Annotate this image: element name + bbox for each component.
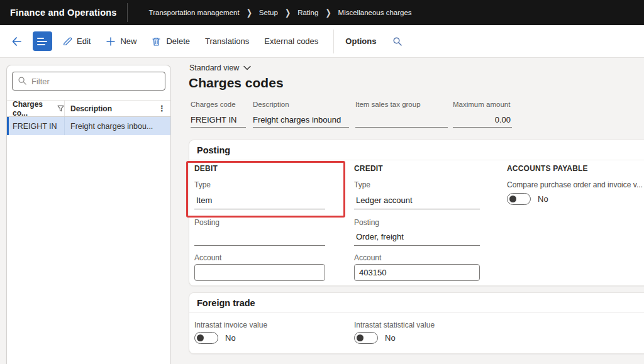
table-row-freight-in[interactable]: FREIGHT IN Freight charges inbou... (7, 117, 170, 135)
field-label: Item sales tax group (355, 101, 448, 108)
field-label: Description (253, 101, 349, 108)
more-options-kebab-icon[interactable]: ⋮ (158, 106, 170, 112)
compare-po-invoice-toggle-state: No (538, 194, 548, 204)
section-divider (189, 160, 644, 160)
action-pane-toolbar: Edit New Delete Translations External co… (0, 25, 644, 58)
edit-button[interactable]: Edit (62, 36, 91, 47)
grid-header-row: Charges co... Description ⋮ (7, 100, 170, 117)
section-divider (189, 312, 644, 313)
cell-charges-code[interactable]: FREIGHT IN (7, 117, 65, 135)
chevron-down-icon (243, 65, 251, 70)
filter-search-icon (18, 76, 27, 85)
filter-input[interactable] (12, 72, 165, 91)
intrastat-invoice-toggle-state: No (225, 333, 236, 343)
breadcrumb-item-rating[interactable]: Rating (297, 9, 318, 16)
trash-icon (152, 36, 162, 47)
back-arrow-icon[interactable] (11, 36, 21, 47)
options-menu-button[interactable]: Options (345, 36, 376, 46)
breadcrumb: Transportation management ❯ Setup ❯ Rati… (149, 9, 412, 17)
field-value[interactable]: FREIGHT IN (191, 114, 246, 128)
debit-account-label: Account (194, 253, 221, 262)
topbar-divider (127, 3, 128, 22)
debit-posting-label: Posting (194, 218, 219, 227)
chevron-right-icon: ❯ (325, 8, 331, 18)
credit-type-label: Type (354, 180, 370, 189)
search-icon[interactable] (392, 36, 402, 47)
compare-po-invoice-label: Compare purchase order and invoice v... (507, 180, 643, 189)
cell-description[interactable]: Freight charges inbou... (65, 117, 170, 135)
page-title: Charges codes (189, 75, 284, 91)
field-item-sales-tax-group: Item sales tax group (355, 101, 448, 128)
toolbar-divider (333, 30, 334, 53)
translations-button[interactable]: Translations (205, 36, 249, 46)
field-maximum-amount: Maximum amount 0.00 (453, 101, 512, 128)
field-value[interactable]: Freight charges inbound (253, 114, 349, 128)
foreign-trade-section: Foreign trade Intrastat invoice value No… (189, 292, 644, 354)
foreign-trade-section-title[interactable]: Foreign trade (197, 298, 255, 308)
breadcrumb-item-transportation-management[interactable]: Transportation management (149, 9, 240, 16)
field-charges-code: Charges code FREIGHT IN (191, 101, 246, 128)
credit-account-input[interactable] (354, 264, 480, 281)
debit-posting-value[interactable] (194, 229, 325, 246)
records-list-panel: Charges co... Description ⋮ FREIGHT IN F… (6, 65, 171, 364)
field-value[interactable] (355, 114, 448, 128)
chevron-right-icon: ❯ (247, 8, 252, 18)
hamburger-icon (37, 38, 44, 39)
filter-funnel-icon[interactable] (57, 105, 64, 112)
credit-account-label: Account (354, 253, 381, 262)
credit-posting-label: Posting (354, 218, 379, 227)
compare-po-invoice-toggle[interactable] (507, 193, 531, 205)
posting-section: Posting DEBIT Type Item Posting Account … (189, 140, 644, 286)
intrastat-statistical-label: Intrastat statistical value (354, 321, 435, 329)
chevron-right-icon: ❯ (285, 8, 291, 18)
selected-row-accent (7, 117, 9, 135)
breadcrumb-item-setup[interactable]: Setup (259, 9, 278, 16)
field-description: Description Freight charges inbound (253, 101, 349, 128)
credit-type-value[interactable]: Ledger account (354, 193, 480, 209)
accounts-payable-group-header: ACCOUNTS PAYABLE (507, 164, 588, 173)
debit-account-input[interactable] (194, 264, 325, 281)
field-label: Maximum amount (453, 101, 512, 108)
intrastat-statistical-toggle[interactable] (354, 332, 378, 344)
menu-hamburger-button[interactable] (33, 31, 52, 51)
column-header-description[interactable]: Description ⋮ (65, 101, 170, 116)
debit-type-label: Type (194, 180, 211, 189)
intrastat-invoice-toggle[interactable] (194, 332, 218, 344)
debit-group-header: DEBIT (194, 164, 218, 173)
plus-icon (106, 36, 116, 47)
posting-section-title[interactable]: Posting (197, 145, 230, 155)
breadcrumb-item-miscellaneous-charges[interactable]: Miscellaneous charges (338, 9, 412, 16)
credit-group-header: CREDIT (354, 164, 383, 173)
view-selector[interactable]: Standard view (189, 63, 251, 72)
delete-button[interactable]: Delete (152, 36, 190, 47)
column-header-charges-code[interactable]: Charges co... (7, 101, 65, 116)
field-value[interactable]: 0.00 (453, 114, 512, 128)
external-codes-button[interactable]: External codes (264, 36, 318, 46)
field-label: Charges code (191, 101, 246, 108)
debit-type-value[interactable]: Item (194, 193, 325, 209)
top-navigation-bar: Finance and Operations Transportation ma… (0, 0, 644, 25)
new-button[interactable]: New (106, 36, 136, 47)
intrastat-statistical-toggle-state: No (385, 333, 396, 343)
pencil-icon (62, 36, 72, 47)
app-title: Finance and Operations (0, 8, 117, 18)
credit-posting-value[interactable]: Order, freight (354, 229, 480, 246)
intrastat-invoice-label: Intrastat invoice value (194, 321, 267, 329)
